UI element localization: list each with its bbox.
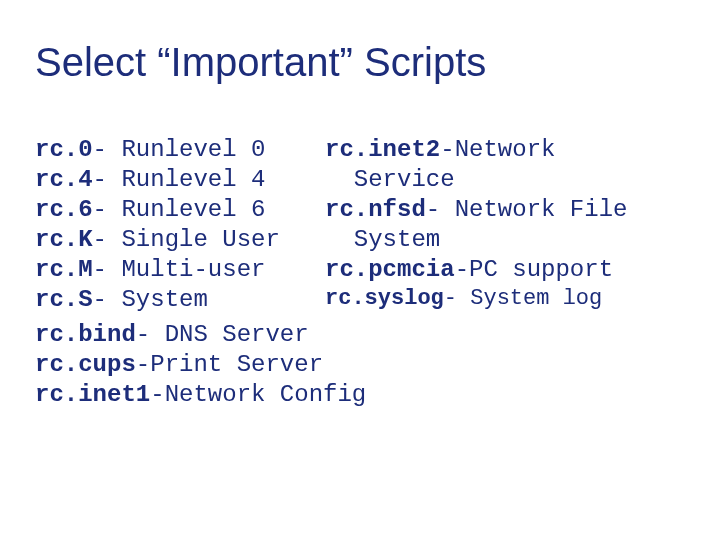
list-item: rc.S- System: [35, 285, 325, 315]
script-name: rc.6: [35, 196, 93, 223]
slide: Select “Important” Scripts rc.0- Runleve…: [0, 0, 720, 540]
bottom-rows: rc.bind- DNS Server rc.cups-Print Server…: [35, 320, 366, 410]
script-desc: System: [121, 286, 207, 313]
list-item: rc.bind- DNS Server: [35, 320, 366, 350]
list-item: rc.M- Multi-user: [35, 255, 325, 285]
script-desc: Print Server: [150, 351, 323, 378]
sep: -: [93, 166, 122, 193]
script-name: rc.inet2: [325, 136, 440, 163]
sep: -: [93, 226, 122, 253]
script-name: rc.syslog: [325, 286, 444, 311]
list-item: rc.pcmcia-PC support: [325, 255, 685, 285]
script-desc: Runlevel 6: [121, 196, 265, 223]
right-column: rc.inet2-Network Service rc.nfsd- Networ…: [325, 135, 685, 313]
script-name: rc.nfsd: [325, 196, 426, 223]
list-item-cont: Service: [325, 165, 685, 195]
list-item-cont: System: [325, 225, 685, 255]
list-item: rc.inet2-Network: [325, 135, 685, 165]
page-title: Select “Important” Scripts: [35, 40, 685, 85]
sep: -: [440, 136, 454, 163]
script-desc: Network File: [455, 196, 628, 223]
sep: -: [426, 196, 455, 223]
script-desc: Multi-user: [121, 256, 265, 283]
script-desc: Network Config: [165, 381, 367, 408]
script-name: rc.S: [35, 286, 93, 313]
sep: -: [136, 351, 150, 378]
list-item: rc.K- Single User: [35, 225, 325, 255]
list-item: rc.syslog- System log: [325, 285, 685, 313]
sep: -: [93, 256, 122, 283]
script-desc: Runlevel 4: [121, 166, 265, 193]
script-desc: Network: [455, 136, 556, 163]
script-name: rc.inet1: [35, 381, 150, 408]
sep: -: [93, 286, 122, 313]
script-desc: Single User: [121, 226, 279, 253]
list-item: rc.4- Runlevel 4: [35, 165, 325, 195]
script-name: rc.0: [35, 136, 93, 163]
sep: -: [93, 196, 122, 223]
list-item: rc.cups-Print Server: [35, 350, 366, 380]
list-item: rc.inet1-Network Config: [35, 380, 366, 410]
list-item: rc.0- Runlevel 0: [35, 135, 325, 165]
sep: -: [150, 381, 164, 408]
script-desc: Runlevel 0: [121, 136, 265, 163]
left-column: rc.0- Runlevel 0 rc.4- Runlevel 4 rc.6- …: [35, 135, 325, 315]
script-desc: DNS Server: [165, 321, 309, 348]
sep: -: [444, 286, 470, 311]
script-desc: Service: [354, 166, 455, 193]
script-name: rc.M: [35, 256, 93, 283]
script-name: rc.4: [35, 166, 93, 193]
script-name: rc.bind: [35, 321, 136, 348]
script-name: rc.pcmcia: [325, 256, 455, 283]
script-name: rc.K: [35, 226, 93, 253]
script-desc: PC support: [469, 256, 613, 283]
list-item: rc.6- Runlevel 6: [35, 195, 325, 225]
sep: -: [455, 256, 469, 283]
script-name: rc.cups: [35, 351, 136, 378]
script-desc: System: [354, 226, 440, 253]
sep: -: [136, 321, 165, 348]
sep: -: [93, 136, 122, 163]
script-desc: System log: [470, 286, 602, 311]
list-item: rc.nfsd- Network File: [325, 195, 685, 225]
